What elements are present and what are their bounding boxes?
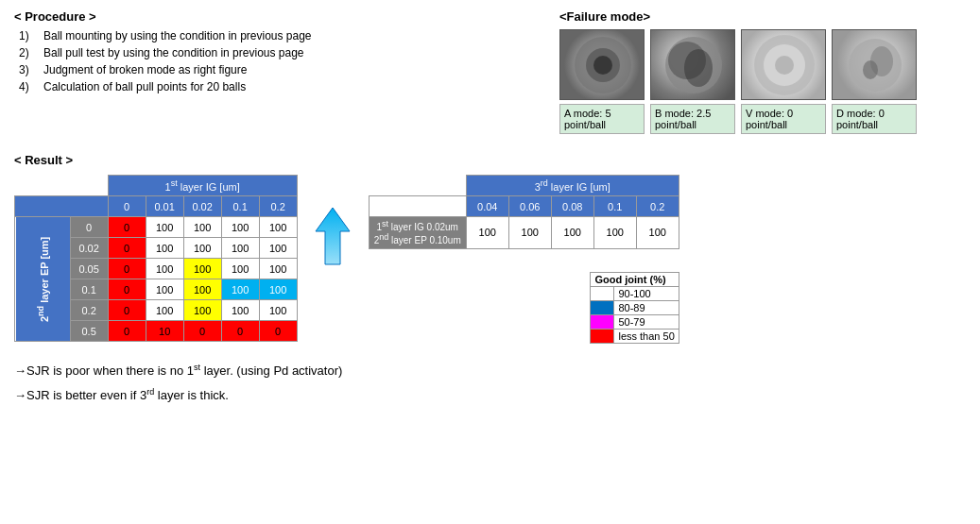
cell-0-4: 100 [259, 217, 297, 238]
item-num: 2) [19, 46, 36, 59]
cell-2-0: 0 [108, 259, 146, 279]
legend-title: Good joint (%) [591, 272, 679, 286]
failure-mode-title: <Failure mode> [559, 9, 966, 24]
item-text: Ball pull test by using the condition in… [43, 46, 304, 59]
cell-4-2: 100 [183, 300, 221, 321]
row-label-005: 0.05 [70, 259, 108, 279]
svg-point-11 [863, 60, 878, 79]
tables-container: 1st layer IG [um] 0 0.01 0.02 0.1 0.2 [14, 175, 966, 344]
table-row: 2nd layer EP [um] 0 0 100 100 100 100 [15, 217, 298, 238]
failure-image-d [832, 29, 917, 100]
cell-0-1: 100 [146, 217, 183, 238]
col-3rd-008: 0.08 [551, 196, 593, 217]
procedure-list: 1) Ball mounting by using the condition … [14, 29, 541, 93]
row-header-2nd: 2nd layer EP [um] [15, 217, 71, 342]
cell-2-3: 100 [221, 259, 259, 279]
cell-0-3: 100 [221, 217, 259, 238]
right-cell-004: 100 [466, 217, 508, 249]
list-item: 2) Ball pull test by using the condition… [19, 46, 541, 59]
item-text: Calculation of ball pull points for 20 b… [43, 80, 246, 93]
main-table: 1st layer IG [um] 0 0.01 0.02 0.1 0.2 [14, 175, 298, 342]
cell-3-0: 0 [108, 279, 146, 300]
right-cell-008: 100 [551, 217, 593, 249]
legend-label-80: 80-89 [614, 300, 679, 314]
right-row-header: 1st layer IG 0.02um2nd layer EP 0.10um [369, 217, 466, 249]
cell-1-0: 0 [108, 238, 146, 259]
cell-5-3: 0 [221, 321, 259, 342]
right-table: 3rd layer IG [um] 0.04 0.06 0.08 0.1 0.2 [369, 175, 679, 249]
col-3rd-01: 0.1 [593, 196, 636, 217]
col-3rd-006: 0.06 [508, 196, 551, 217]
main-table-wrap: 1st layer IG [um] 0 0.01 0.02 0.1 0.2 [14, 175, 298, 342]
arrow-up-icon [312, 203, 354, 269]
svg-point-5 [684, 49, 713, 87]
failure-image-a [559, 29, 645, 100]
item-num: 3) [19, 63, 36, 76]
cell-1-4: 100 [259, 238, 297, 259]
cell-0-2: 100 [183, 217, 221, 238]
col-3rd-02: 0.2 [636, 196, 679, 217]
row-label-02: 0.2 [70, 300, 108, 321]
col-header-02: 0.2 [259, 196, 297, 217]
legend-item: 90-100 [591, 286, 679, 300]
table-row: 1st layer IG 0.02um2nd layer EP 0.10um 1… [369, 217, 679, 249]
cell-2-4: 100 [259, 259, 297, 279]
svg-point-2 [593, 56, 612, 75]
procedure-title: < Procedure > [14, 9, 541, 24]
header-3rd-layer: 3rd layer IG [um] [466, 176, 679, 196]
failure-images-row [559, 29, 966, 100]
cell-1-1: 100 [146, 238, 183, 259]
legend-label-less50: less than 50 [614, 329, 679, 343]
failure-label-a: A mode: 5 point/ball [559, 104, 645, 134]
failure-label-v: V mode: 0 point/ball [741, 104, 826, 134]
failure-image-v [741, 29, 826, 100]
item-num: 1) [19, 29, 36, 42]
cell-1-3: 100 [221, 238, 259, 259]
cell-5-1: 10 [146, 321, 183, 342]
list-item: 3) Judgment of broken mode as right figu… [19, 63, 541, 76]
cell-3-4: 100 [259, 279, 297, 300]
conclusion-2: →SJR is better even if 3rd layer is thic… [14, 387, 966, 402]
legend-label-50: 50-79 [614, 314, 679, 329]
col-header-0: 0 [108, 196, 146, 217]
svg-point-8 [775, 56, 794, 75]
header-1st-layer: 1st layer IG [um] [108, 176, 297, 196]
col-header-001: 0.01 [146, 196, 183, 217]
cell-2-1: 100 [146, 259, 183, 279]
item-text: Ball mounting by using the condition in … [43, 29, 312, 42]
cell-0-0: 0 [108, 217, 146, 238]
row-label-05: 0.5 [70, 321, 108, 342]
right-cell-01: 100 [593, 217, 636, 249]
list-item: 1) Ball mounting by using the condition … [19, 29, 541, 42]
cell-4-0: 0 [108, 300, 146, 321]
right-cell-02: 100 [636, 217, 679, 249]
row-label-002: 0.02 [70, 238, 108, 259]
failure-image-b [650, 29, 735, 100]
svg-marker-12 [316, 208, 350, 264]
list-item: 4) Calculation of ball pull points for 2… [19, 80, 541, 93]
col-3rd-004: 0.04 [466, 196, 508, 217]
cell-4-1: 100 [146, 300, 183, 321]
cell-3-2: 100 [183, 279, 221, 300]
cell-1-2: 100 [183, 238, 221, 259]
legend-item: less than 50 [591, 329, 679, 343]
item-text: Judgment of broken mode as right figure [43, 63, 247, 76]
failure-labels-row: A mode: 5 point/ball B mode: 2.5 point/b… [559, 104, 966, 134]
cell-5-0: 0 [108, 321, 146, 342]
col-header-002: 0.02 [183, 196, 221, 217]
row-label-0: 0 [70, 217, 108, 238]
result-title: < Result > [14, 153, 966, 167]
item-num: 4) [19, 80, 36, 93]
failure-label-b: B mode: 2.5 point/ball [650, 104, 735, 134]
cell-4-3: 100 [221, 300, 259, 321]
legend-table: Good joint (%) 90-100 80-89 50-79 [590, 272, 679, 344]
conclusion-1: →SJR is poor when there is no 1st layer.… [14, 363, 966, 378]
legend-label-90: 90-100 [614, 286, 679, 300]
row-label-01: 0.1 [70, 279, 108, 300]
cell-5-2: 0 [183, 321, 221, 342]
cell-2-2: 100 [183, 259, 221, 279]
col-header-01: 0.1 [221, 196, 259, 217]
right-cell-006: 100 [508, 217, 551, 249]
conclusions: →SJR is poor when there is no 1st layer.… [14, 363, 966, 403]
cell-4-4: 100 [259, 300, 297, 321]
